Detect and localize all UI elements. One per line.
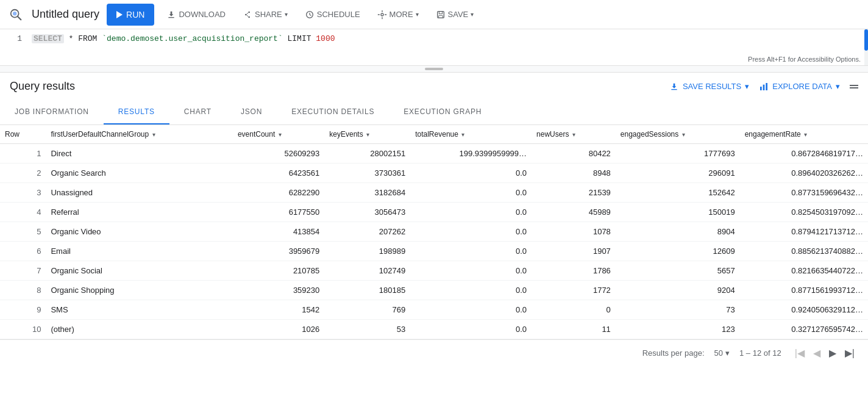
cell-new-users: 1772: [532, 281, 616, 300]
app-logo: [7, 6, 24, 23]
query-title: Untitled query: [32, 8, 99, 21]
cell-engaged-sessions: 5657: [616, 261, 740, 281]
col-revenue-sort: ▾: [461, 131, 464, 138]
prev-page-button[interactable]: ◀: [809, 345, 824, 361]
cell-channel: Organic Shopping: [46, 281, 232, 300]
svg-line-7: [247, 15, 249, 16]
cell-new-users: 1907: [532, 242, 616, 261]
code-editor[interactable]: 1 SELECT * FROM `demo.demoset.user_acqui…: [0, 29, 868, 66]
tab-results[interactable]: RESULTS: [104, 100, 169, 124]
col-total-revenue[interactable]: totalRevenue ▾: [410, 125, 532, 144]
save-results-button[interactable]: SAVE RESULTS ▾: [669, 82, 749, 92]
share-button[interactable]: SHARE ▾: [238, 4, 293, 26]
col-new-users[interactable]: newUsers ▾: [532, 125, 616, 144]
run-button[interactable]: RUN: [107, 4, 154, 26]
save-results-caret: ▾: [745, 82, 749, 91]
next-page-button[interactable]: ▶: [825, 345, 840, 361]
col-new-users-label: newUsers: [536, 130, 569, 139]
code-line-1: 1 SELECT * FROM `demo.demoset.user_acqui…: [0, 33, 868, 45]
cell-row-num: 3: [0, 183, 46, 203]
table-row: 6 Email 3959679 198989 0.0 1907 12609 0.…: [0, 242, 868, 261]
cell-engaged-sessions: 152642: [616, 183, 740, 203]
table-row: 3 Unassigned 6282290 3182684 0.0 21539 1…: [0, 183, 868, 203]
limit-keyword: LIMIT: [283, 34, 316, 43]
svg-point-5: [248, 16, 250, 18]
col-row-label: Row: [5, 130, 20, 139]
cell-new-users: 21539: [532, 183, 616, 203]
svg-line-1: [18, 16, 21, 20]
cell-row-num: 7: [0, 261, 46, 281]
results-actions: SAVE RESULTS ▾ EXPLORE DATA ▾: [669, 82, 858, 92]
cell-engaged-sessions: 73: [616, 300, 740, 320]
cell-key-events: 769: [324, 300, 410, 320]
share-caret: ▾: [285, 11, 288, 18]
col-rate-resize[interactable]: [866, 125, 868, 143]
col-channel-sort: ▾: [152, 131, 155, 138]
cell-engaged-sessions: 9204: [616, 281, 740, 300]
tab-execution-details[interactable]: EXECUTION DETAILS: [277, 100, 389, 124]
svg-point-9: [381, 13, 383, 16]
cell-total-revenue: 199.9399959999…: [410, 144, 532, 164]
explore-data-caret: ▾: [836, 82, 840, 91]
cell-engaged-sessions: 150019: [616, 203, 740, 222]
col-key-events-label: keyEvents: [329, 130, 363, 139]
table-body: 1 Direct 52609293 28002151 199.939995999…: [0, 144, 868, 339]
cell-key-events: 102749: [324, 261, 410, 281]
cell-new-users: 0: [532, 300, 616, 320]
table-row: 9 SMS 1542 769 0.0 0 73 0.9240506329112…: [0, 300, 868, 320]
table-row: 2 Organic Search 6423561 3730361 0.0 894…: [0, 164, 868, 183]
cell-key-events: 3056473: [324, 203, 410, 222]
tab-job-information[interactable]: JOB INFORMATION: [0, 100, 104, 124]
cell-total-revenue: 0.0: [410, 164, 532, 183]
tab-json[interactable]: JSON: [226, 100, 277, 124]
cell-row-num: 9: [0, 300, 46, 320]
more-button[interactable]: MORE ▾: [372, 4, 424, 26]
col-event-count[interactable]: eventCount ▾: [233, 125, 324, 144]
first-page-button[interactable]: |◀: [791, 345, 808, 361]
cell-engagement-rate: 0.8216635440722…: [740, 261, 868, 281]
cell-channel: Referral: [46, 203, 232, 222]
cell-event-count: 359230: [233, 281, 324, 300]
results-table-container[interactable]: Row firstUserDefaultChannelGroup ▾ event…: [0, 125, 868, 339]
col-event-sort: ▾: [279, 131, 282, 138]
schedule-button[interactable]: SCHEDULE: [300, 4, 365, 26]
tab-execution-graph[interactable]: EXECUTION GRAPH: [389, 100, 496, 124]
editor-resize-handle[interactable]: [0, 66, 868, 73]
cell-event-count: 6282290: [233, 183, 324, 203]
cell-total-revenue: 0.0: [410, 281, 532, 300]
cell-key-events: 3730361: [324, 164, 410, 183]
col-channel[interactable]: firstUserDefaultChannelGroup ▾: [46, 125, 232, 144]
col-channel-label: firstUserDefaultChannelGroup: [51, 130, 149, 139]
editor-scrollbar[interactable]: [864, 29, 868, 65]
cell-key-events: 3182684: [324, 183, 410, 203]
cell-engaged-sessions: 8904: [616, 222, 740, 242]
scrollbar-thumb: [864, 29, 868, 51]
col-engaged-sessions[interactable]: engagedSessions ▾: [616, 125, 740, 144]
run-label: RUN: [126, 10, 144, 20]
cell-row-num: 5: [0, 222, 46, 242]
cell-new-users: 1078: [532, 222, 616, 242]
last-page-button[interactable]: ▶|: [841, 345, 858, 361]
page-size-caret: ▾: [725, 348, 730, 358]
explore-data-button[interactable]: EXPLORE DATA ▾: [759, 82, 840, 92]
cell-engagement-rate: 0.9240506329112…: [740, 300, 868, 320]
col-engaged-sort: ▾: [682, 131, 685, 138]
results-tabs: JOB INFORMATION RESULTS CHART JSON EXECU…: [0, 100, 868, 125]
tab-chart[interactable]: CHART: [169, 100, 226, 124]
col-engagement-rate[interactable]: engagementRate ▾: [740, 125, 868, 144]
cell-event-count: 413854: [233, 222, 324, 242]
more-caret: ▾: [416, 11, 419, 18]
cell-key-events: 180185: [324, 281, 410, 300]
line-number: 1: [7, 34, 22, 43]
cell-row-num: 6: [0, 242, 46, 261]
table-row: 4 Referral 6177550 3056473 0.0 45989 150…: [0, 203, 868, 222]
cell-total-revenue: 0.0: [410, 300, 532, 320]
download-button[interactable]: DOWNLOAD: [162, 4, 230, 26]
expand-button[interactable]: [850, 85, 858, 88]
col-key-events[interactable]: keyEvents ▾: [324, 125, 410, 144]
col-rate-sort: ▾: [804, 131, 807, 138]
table-row: 7 Organic Social 210785 102749 0.0 1786 …: [0, 261, 868, 281]
save-button[interactable]: SAVE ▾: [431, 4, 479, 26]
cell-row-num: 8: [0, 281, 46, 300]
page-size-selector[interactable]: 50 ▾: [714, 348, 730, 358]
